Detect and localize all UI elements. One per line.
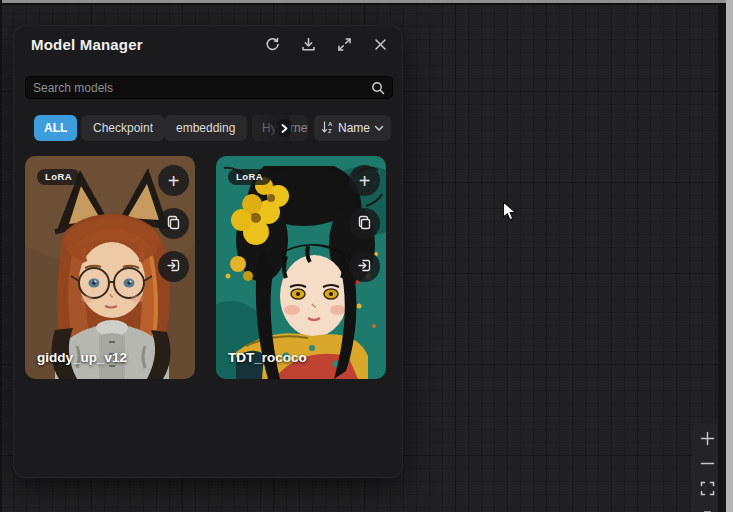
panel-header-toolbar (262, 34, 391, 55)
filter-chip-embedding[interactable]: embedding (164, 115, 247, 141)
model-name: TDT_rococo (228, 350, 307, 365)
filter-chip-all[interactable]: ALL (34, 115, 77, 141)
add-model-button[interactable]: + (158, 165, 189, 196)
download-button[interactable] (298, 34, 319, 55)
expand-icon (336, 36, 353, 53)
model-grid: LoRA + (14, 156, 404, 468)
model-name: giddy_up_v12 (37, 350, 127, 365)
sort-label: Name (338, 121, 370, 135)
search-bar (25, 76, 393, 99)
sort-dropdown[interactable]: A Z Name (314, 115, 391, 141)
model-type-badge: LoRA (37, 169, 80, 185)
load-into-workflow-icon (166, 258, 181, 276)
svg-text:A: A (328, 121, 333, 127)
search-input[interactable] (33, 81, 371, 95)
fit-view-icon (700, 481, 715, 499)
copy-model-button[interactable] (349, 208, 380, 239)
copy-icon (166, 215, 181, 233)
chips-scroll-right-button[interactable] (275, 119, 293, 137)
load-model-button[interactable] (158, 251, 189, 282)
expand-button[interactable] (334, 34, 355, 55)
close-icon (373, 37, 388, 52)
clipped-icon (700, 501, 715, 512)
plus-icon: + (168, 171, 180, 191)
copy-model-button[interactable] (158, 208, 189, 239)
plus-icon: + (359, 171, 371, 191)
model-type-badge: LoRA (228, 169, 271, 185)
plus-icon (700, 431, 715, 449)
model-manager-panel: Model Manager (13, 25, 403, 478)
scrollbar-track[interactable] (718, 0, 726, 512)
minus-icon (700, 456, 715, 474)
sort-alpha-icon: A Z (321, 120, 334, 137)
panel-title: Model Manager (31, 36, 143, 53)
search-icon (371, 81, 385, 95)
node-editor-canvas[interactable]: Model Manager (0, 0, 733, 512)
model-card-giddy-up-v12[interactable]: LoRA + (25, 156, 195, 379)
add-model-button[interactable]: + (349, 165, 380, 196)
window-top-border-shadow (0, 3, 733, 5)
scrollbar-thumb[interactable] (726, 0, 733, 512)
chevron-down-icon (374, 121, 384, 135)
refresh-icon (264, 36, 281, 53)
model-card-tdt-rococo[interactable]: LoRA + (216, 156, 386, 379)
svg-text:Z: Z (328, 128, 332, 134)
download-icon (300, 36, 317, 53)
window-left-border (0, 0, 2, 512)
mouse-cursor (502, 201, 518, 227)
refresh-button[interactable] (262, 34, 283, 55)
chevron-right-icon (280, 121, 289, 136)
load-model-button[interactable] (349, 251, 380, 282)
filter-chip-row: ALL Checkpoint embedding Hypernetwork A (25, 115, 393, 141)
load-into-workflow-icon (357, 258, 372, 276)
copy-icon (357, 215, 372, 233)
filter-chip-checkpoint[interactable]: Checkpoint (81, 115, 165, 141)
close-button[interactable] (370, 34, 391, 55)
